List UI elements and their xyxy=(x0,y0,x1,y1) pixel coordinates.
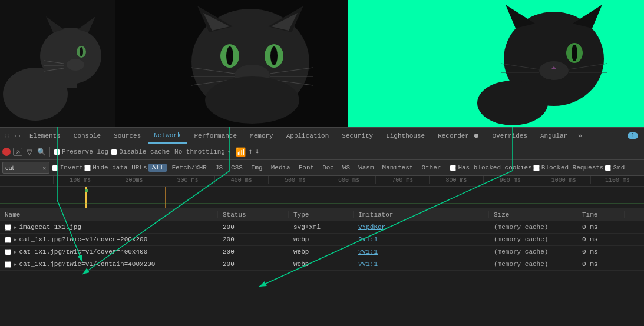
svg-point-19 xyxy=(270,46,278,65)
timeline-green-line xyxy=(0,203,644,204)
tab-memory[interactable]: Memory xyxy=(244,128,279,144)
clear-button[interactable]: ⊘ xyxy=(13,148,22,156)
td-status-0: 200 xyxy=(218,224,289,231)
more-tabs-button[interactable]: » xyxy=(574,130,586,142)
filter-bar: ✕ Invert Hide data URLs All Fetch/XHR JS… xyxy=(0,160,644,176)
filter-media[interactable]: Media xyxy=(267,164,294,172)
filter-img[interactable]: Img xyxy=(247,164,266,172)
preserve-log-checkbox[interactable]: Preserve log xyxy=(54,148,108,155)
third-party-checkbox[interactable]: 3rd xyxy=(605,164,625,171)
tab-network[interactable]: Network xyxy=(148,128,187,144)
hide-data-urls-checkbox[interactable]: Hide data URLs xyxy=(84,164,147,171)
search-button[interactable]: 🔍 xyxy=(37,147,46,157)
ruler-mark-11: 1100 ms xyxy=(590,176,644,184)
td-size-2: (memory cache) xyxy=(489,248,577,255)
table-row[interactable]: ▶ cat_1x1.jpg?twic=v1/contain=400x200 20… xyxy=(0,258,644,271)
tab-performance[interactable]: Performance xyxy=(188,128,243,144)
td-name-0: ▶ imagecat_1x1.jpg xyxy=(0,224,218,231)
svg-point-30 xyxy=(205,76,299,124)
svg-rect-44 xyxy=(527,79,551,100)
row-checkbox-1[interactable] xyxy=(5,237,11,243)
timeline-area: 100 ms 200ms 300 ms 400 ms 500 ms 600 ms… xyxy=(0,176,644,208)
timeline-bars xyxy=(0,187,644,208)
td-type-2: webp xyxy=(289,248,354,255)
ruler-mark-6: 600 ms xyxy=(322,176,375,184)
td-initiator-3[interactable]: ?v1:1 xyxy=(354,261,489,268)
invert-checkbox[interactable]: Invert xyxy=(52,164,84,171)
record-button[interactable] xyxy=(2,148,11,156)
tab-application[interactable]: Application xyxy=(280,128,335,144)
throttle-value: No throttling xyxy=(174,148,225,155)
td-type-1: webp xyxy=(289,236,354,243)
ruler-mark-10: 1000 ms xyxy=(537,176,590,184)
tab-angular[interactable]: Angular xyxy=(534,128,573,144)
preview-image-2 xyxy=(115,0,348,127)
filter-all[interactable]: All xyxy=(148,164,167,172)
tab-recorder[interactable]: Recorder ⏺ xyxy=(432,128,485,144)
filter-font[interactable]: Font xyxy=(295,164,318,172)
th-name: Name xyxy=(0,211,218,218)
blocked-cookies-checkbox[interactable]: Has blocked cookies xyxy=(450,164,531,171)
svg-point-6 xyxy=(67,59,84,71)
toolbar-separator-2 xyxy=(447,162,447,173)
wifi-icon: 📶 xyxy=(236,147,246,157)
filter-ws[interactable]: WS xyxy=(339,164,354,172)
row-checkbox-3[interactable] xyxy=(5,261,11,268)
td-status-2: 200 xyxy=(218,248,289,255)
tab-lighthouse[interactable]: Lighthouse xyxy=(380,128,431,144)
td-type-0: svg+xml xyxy=(289,224,354,231)
ruler-mark-5: 500 ms xyxy=(268,176,322,184)
td-size-3: (memory cache) xyxy=(489,261,577,268)
svg-point-36 xyxy=(572,45,577,61)
row-icon-3: ▶ xyxy=(14,261,16,268)
clear-search-button[interactable]: ✕ xyxy=(42,164,47,172)
row-checkbox-2[interactable] xyxy=(5,249,11,255)
tab-sources[interactable]: Sources xyxy=(108,128,147,144)
search-input[interactable] xyxy=(5,164,41,171)
tab-overrides[interactable]: Overrides xyxy=(487,128,533,144)
toolbar-separator-1 xyxy=(49,147,50,157)
ruler-mark-0 xyxy=(0,176,53,177)
table-row[interactable]: ▶ cat_1x1.jpg?twic=v1/cover=200x200 200 … xyxy=(0,234,644,246)
svg-point-21 xyxy=(226,46,233,65)
td-status-3: 200 xyxy=(218,261,289,268)
disable-cache-checkbox[interactable]: Disable cache xyxy=(111,148,170,155)
table-area: Name Status Type Initiator Size Time ▶ i… xyxy=(0,208,644,271)
filter-fetch-xhr[interactable]: Fetch/XHR xyxy=(168,164,210,172)
cursor-icon[interactable]: ⬚ xyxy=(2,131,12,141)
ruler-mark-8: 800 ms xyxy=(429,176,483,184)
filter-toggle-button[interactable]: ▽ xyxy=(25,147,34,157)
th-initiator: Initiator xyxy=(354,211,489,218)
tab-console[interactable]: Console xyxy=(68,128,107,144)
ruler-mark-1: 100 ms xyxy=(53,176,107,184)
filter-css[interactable]: CSS xyxy=(227,164,246,172)
throttle-dropdown-icon[interactable]: ▾ xyxy=(227,148,231,155)
upload-icon: ⬆ xyxy=(248,147,253,157)
row-icon-1: ▶ xyxy=(14,237,16,243)
td-time-2: 0 ms xyxy=(577,248,625,255)
table-header: Name Status Type Initiator Size Time xyxy=(0,208,644,221)
blocked-requests-checkbox[interactable]: Blocked Requests xyxy=(533,164,604,171)
th-size: Size xyxy=(489,211,577,218)
row-checkbox-0[interactable] xyxy=(5,224,11,231)
filter-js[interactable]: JS xyxy=(212,164,226,172)
preview-area xyxy=(0,0,644,127)
device-icon[interactable]: ▭ xyxy=(13,131,22,141)
td-name-2: ▶ cat_1x1.jpg?twic=v1/cover=400x400 xyxy=(0,248,218,255)
td-initiator-1[interactable]: ?v1:1 xyxy=(354,236,489,243)
tab-security[interactable]: Security xyxy=(336,128,379,144)
table-row[interactable]: ▶ cat_1x1.jpg?twic=v1/cover=400x400 200 … xyxy=(0,246,644,258)
td-time-1: 0 ms xyxy=(577,236,625,243)
td-initiator-0[interactable]: vYpdKor xyxy=(354,224,489,231)
td-status-1: 200 xyxy=(218,236,289,243)
timeline-marker-2 xyxy=(165,187,166,208)
filter-doc[interactable]: Doc xyxy=(319,164,338,172)
tab-elements[interactable]: Elements xyxy=(24,128,67,144)
filter-other[interactable]: Other xyxy=(418,164,444,172)
filter-manifest[interactable]: Manifest xyxy=(379,164,417,172)
th-status: Status xyxy=(218,211,289,218)
td-initiator-2[interactable]: ?v1:1 xyxy=(354,248,489,255)
ruler-mark-3: 300 ms xyxy=(161,176,214,184)
table-row[interactable]: ▶ imagecat_1x1.jpg 200 svg+xml vYpdKor (… xyxy=(0,221,644,234)
filter-wasm[interactable]: Wasm xyxy=(355,164,377,172)
